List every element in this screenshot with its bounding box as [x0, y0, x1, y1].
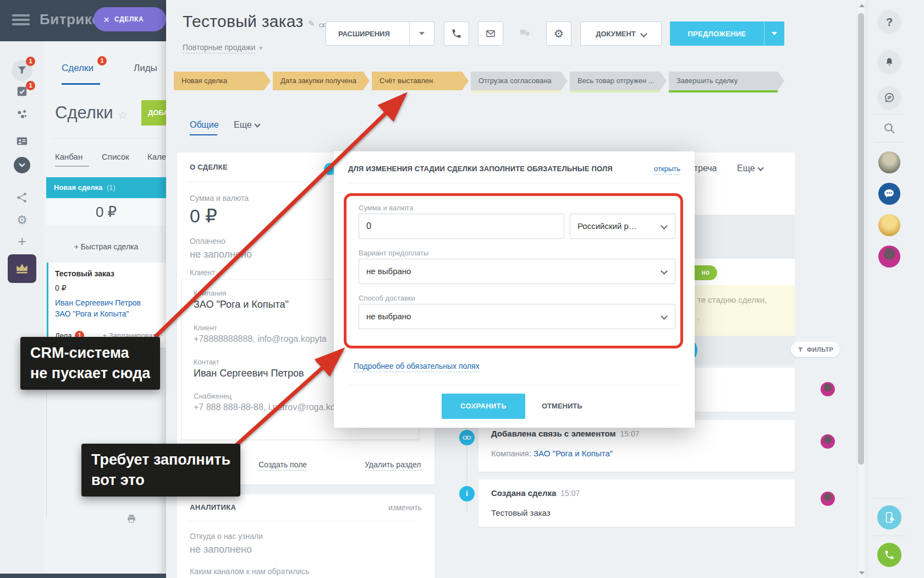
- view-kanban[interactable]: Канбан: [55, 152, 82, 161]
- close-icon[interactable]: ×: [103, 14, 109, 25]
- deal-card[interactable]: Тестовый заказ 0 ₽ Иван Сергеевич Петров…: [47, 263, 166, 348]
- page-title: Сделки: [55, 103, 113, 123]
- view-calendar[interactable]: Календарь: [147, 152, 166, 161]
- client-contacts-value: +78888888888, info@roga.kopyta: [194, 334, 327, 344]
- edit-analytics-link[interactable]: изменить: [388, 503, 422, 512]
- divider: [875, 142, 904, 143]
- messenger-button[interactable]: [877, 86, 901, 110]
- tab-leads[interactable]: Лиды: [134, 63, 157, 74]
- sidebar-item-premium[interactable]: [8, 254, 36, 283]
- required-fields-modal: ДЛЯ ИЗМЕНЕНИЯ СТАДИИ СДЕЛКИ ЗАПОЛНИТЕ ОБ…: [334, 151, 695, 428]
- timestamp: 15:07: [560, 489, 580, 498]
- timeline-card[interactable]: [479, 420, 795, 472]
- stage-invoice[interactable]: Счёт выставлен: [372, 72, 469, 90]
- mobile-cloud-icon: [883, 511, 895, 524]
- sidebar-item-settings[interactable]: ⚙: [0, 214, 44, 226]
- mail-button[interactable]: [478, 21, 503, 46]
- delete-section-link[interactable]: Удалить раздел: [365, 460, 421, 471]
- extensions-button[interactable]: РАСШИРЕНИЯ: [326, 21, 435, 46]
- star-icon[interactable]: ☆: [118, 108, 128, 122]
- delivery-select[interactable]: не выбрано: [359, 304, 675, 329]
- company-link[interactable]: ЗАО "Рога и Копыта": [534, 449, 613, 458]
- stage-close-deal[interactable]: Завершить сделку: [669, 72, 784, 90]
- deal-card-contact-link[interactable]: Иван Сергеевич Петров: [55, 297, 160, 308]
- divider: [875, 114, 904, 114]
- chat-sync-icon: [883, 92, 895, 104]
- sidebar-item-add[interactable]: +: [0, 235, 44, 247]
- stage-accent: [471, 90, 561, 92]
- divider: [348, 385, 680, 385]
- extensions-dropdown[interactable]: [409, 22, 434, 45]
- proposal-dropdown[interactable]: [764, 21, 784, 46]
- avatar[interactable]: [878, 246, 900, 268]
- prepay-select[interactable]: не выбрано: [359, 259, 675, 284]
- edit-icon[interactable]: ✎: [308, 19, 315, 29]
- divider: [52, 138, 160, 139]
- avatar[interactable]: [878, 151, 900, 173]
- bell-icon: [884, 57, 895, 68]
- sidebar-item-network[interactable]: [0, 108, 44, 121]
- stage-new[interactable]: Новая сделка: [174, 72, 271, 90]
- tab-more[interactable]: Еще: [234, 120, 260, 130]
- scroll-up-arrow[interactable]: [859, 4, 865, 7]
- call-button[interactable]: [444, 21, 469, 46]
- sidebar-item-expand[interactable]: [0, 157, 44, 173]
- stage-goods-shipped[interactable]: Весь товар отгружен ...: [570, 72, 667, 90]
- avatar[interactable]: [878, 214, 900, 236]
- tab-deals[interactable]: Сделки: [62, 63, 94, 74]
- chat-icon: [519, 28, 531, 39]
- currency-select[interactable]: Российский р…: [570, 214, 675, 239]
- link-event-icon: [459, 430, 475, 445]
- field-label: Компания: [194, 289, 227, 297]
- required-fields-help-link[interactable]: Подробнее об обязательных полях: [354, 362, 480, 372]
- field-label: Сумма и валюта: [190, 194, 249, 203]
- sidebar-item-contacts[interactable]: [0, 135, 44, 147]
- tab-general[interactable]: Общие: [190, 120, 219, 130]
- create-field-link[interactable]: Создать поле: [258, 460, 307, 471]
- field-label: Откуда о нас узнали: [190, 532, 263, 541]
- top-bar: Битрикс24 × СДЕЛКА: [0, 0, 166, 41]
- printer-icon[interactable]: [127, 514, 136, 524]
- sidebar-item-crm[interactable]: 1: [0, 60, 44, 81]
- timeline-card[interactable]: [479, 479, 795, 527]
- scrollbar-thumb[interactable]: [858, 13, 864, 465]
- settings-button[interactable]: ⚙: [546, 21, 571, 46]
- annotation-callout: Требует заполнить вот это: [81, 444, 240, 497]
- tab-active-underline: [62, 83, 100, 85]
- divider: [348, 183, 680, 183]
- share-nodes-icon: [16, 192, 28, 204]
- group-chat-icon: [883, 187, 896, 200]
- quick-deal-button[interactable]: + Быстрая сделка: [46, 242, 166, 251]
- tab-activity-more[interactable]: Еще: [737, 163, 763, 173]
- divider: [873, 536, 905, 536]
- group-chat-avatar[interactable]: [878, 183, 900, 205]
- deal-slider-chip[interactable]: × СДЕЛКА: [94, 7, 166, 31]
- sum-input[interactable]: 0: [359, 214, 564, 239]
- menu-icon[interactable]: [12, 14, 30, 26]
- company-value[interactable]: ЗАО "Рога и Копыта": [194, 299, 289, 310]
- telephony-button[interactable]: [877, 543, 901, 567]
- filter-button[interactable]: ФИЛЬТР: [791, 342, 840, 357]
- add-deal-button[interactable]: ДОБАВИТЬ: [141, 100, 166, 126]
- mobile-app-button[interactable]: [877, 505, 901, 530]
- proposal-button[interactable]: ПРЕДЛОЖЕНИЕ: [670, 21, 784, 46]
- search-icon[interactable]: [883, 122, 897, 135]
- save-button[interactable]: СОХРАНИТЬ: [442, 394, 525, 419]
- column-count: (1): [107, 183, 116, 192]
- pipeline-selector[interactable]: Повторные продажи▼: [183, 43, 263, 52]
- contact-value[interactable]: Иван Сергеевич Петров: [194, 368, 304, 379]
- scroll-down-arrow[interactable]: [859, 571, 865, 575]
- notifications-button[interactable]: [877, 50, 901, 74]
- deal-card-company-link[interactable]: ЗАО "Рога и Копыта": [55, 308, 160, 319]
- sidebar-item-tasks[interactable]: 1: [0, 85, 44, 97]
- document-button[interactable]: ДОКУМЕНТ: [580, 21, 662, 46]
- chat-button[interactable]: [512, 21, 537, 46]
- open-link[interactable]: открыть: [654, 165, 680, 175]
- cancel-button[interactable]: ОТМЕНИТЬ: [542, 394, 582, 419]
- sidebar-item-automation[interactable]: [0, 192, 44, 204]
- view-list[interactable]: Список: [102, 152, 129, 161]
- help-button[interactable]: ?: [877, 10, 901, 34]
- stage-shipping-approved[interactable]: Отгрузка согласована: [471, 72, 568, 90]
- kanban-column-header[interactable]: Новая сделка (1): [46, 177, 166, 198]
- stage-purchase-date[interactable]: Дата закупки получена: [273, 72, 370, 90]
